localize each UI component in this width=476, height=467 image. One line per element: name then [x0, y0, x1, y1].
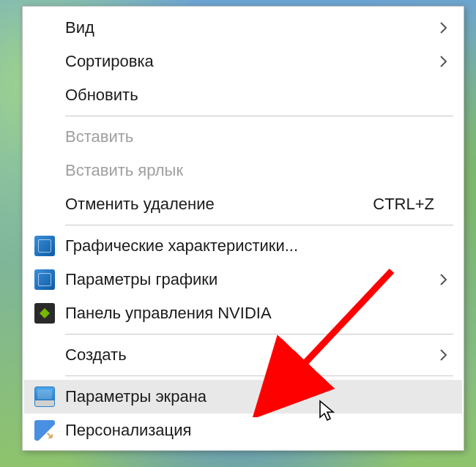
- menu-item-display-settings[interactable]: Параметры экрана: [24, 380, 462, 414]
- desktop-context-menu: Вид Сортировка Обновить Вставить Вставит…: [22, 6, 464, 451]
- icon-slot: [34, 236, 65, 256]
- menu-label: Отменить удаление: [65, 195, 373, 214]
- menu-item-view[interactable]: Вид: [24, 11, 462, 45]
- menu-item-new[interactable]: Создать: [24, 338, 462, 372]
- icon-slot: [34, 420, 65, 441]
- menu-shortcut: CTRL+Z: [373, 195, 434, 214]
- menu-label: Вставить ярлык: [65, 161, 439, 180]
- menu-item-personalize[interactable]: Персонализация: [24, 414, 462, 447]
- menu-item-paste-shortcut: Вставить ярлык: [24, 154, 462, 187]
- icon-slot: [34, 303, 65, 324]
- intel-icon: [34, 269, 55, 290]
- icon-slot: [34, 386, 65, 407]
- personalize-icon: [34, 420, 55, 441]
- menu-label: Создать: [65, 345, 439, 365]
- menu-label: Обновить: [65, 86, 439, 105]
- menu-item-graphics-properties[interactable]: Графические характеристики...: [24, 229, 462, 263]
- menu-item-graphics-options[interactable]: Параметры графики: [24, 263, 462, 296]
- menu-separator: [65, 376, 453, 376]
- display-icon: [34, 386, 55, 407]
- menu-item-undo-delete[interactable]: Отменить удаление CTRL+Z: [24, 187, 462, 221]
- menu-label: Панель управления NVIDIA: [65, 304, 439, 323]
- chevron-right-icon: [439, 348, 449, 362]
- menu-item-sort[interactable]: Сортировка: [24, 45, 462, 78]
- chevron-right-icon: [439, 20, 449, 35]
- menu-label: Вставить: [65, 127, 439, 146]
- menu-label: Персонализация: [65, 421, 439, 440]
- menu-label: Вид: [65, 18, 439, 37]
- menu-label: Графические характеристики...: [65, 236, 439, 255]
- menu-separator: [65, 116, 453, 116]
- intel-icon: [34, 236, 55, 256]
- chevron-right-icon: [439, 272, 449, 287]
- menu-item-nvidia-panel[interactable]: Панель управления NVIDIA: [24, 296, 462, 330]
- menu-item-paste: Вставить: [24, 120, 462, 154]
- menu-separator: [65, 225, 453, 225]
- nvidia-icon: [34, 303, 55, 324]
- menu-label: Параметры графики: [65, 270, 439, 289]
- chevron-right-icon: [439, 54, 449, 69]
- menu-label: Сортировка: [65, 52, 439, 71]
- menu-separator: [65, 334, 453, 335]
- icon-slot: [34, 269, 65, 290]
- menu-label: Параметры экрана: [65, 387, 439, 406]
- menu-item-refresh[interactable]: Обновить: [24, 78, 462, 112]
